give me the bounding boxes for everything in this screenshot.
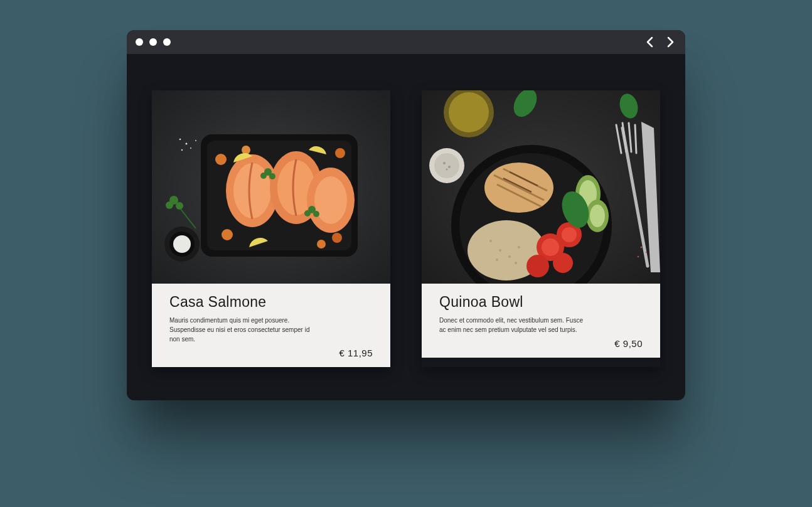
nav-back-button[interactable] [644,36,656,48]
menu-card[interactable]: Casa Salmone Mauris condimentum quis mi … [152,90,390,367]
svg-point-41 [446,169,448,171]
svg-point-52 [508,255,511,258]
nav-forward-button[interactable] [664,36,676,48]
menu-card-image [422,90,660,284]
svg-point-66 [526,255,549,277]
svg-point-36 [449,92,489,132]
svg-point-18 [269,173,275,179]
salmon-dish-illustration [152,90,390,284]
menu-card-body: Quinoa Bowl Donec et commodo elit, nec v… [422,284,660,358]
window-control-dot[interactable] [163,38,171,46]
window-controls [136,38,171,46]
svg-point-76 [646,252,647,253]
svg-point-6 [222,229,233,240]
svg-point-24 [176,202,183,210]
svg-point-28 [186,143,188,145]
window-titlebar [127,30,685,54]
menu-card-description: Donec et commodo elit, nec vestibulum se… [439,316,584,334]
page-canvas: Casa Salmone Mauris condimentum quis mi … [0,0,812,507]
menu-card-body: Casa Salmone Mauris condimentum quis mi … [152,284,390,367]
card-row: Casa Salmone Mauris condimentum quis mi … [127,54,685,392]
svg-point-40 [448,166,451,168]
svg-point-32 [179,139,181,141]
chevron-left-icon [644,36,656,48]
svg-line-46 [635,125,636,153]
svg-point-75 [641,247,643,248]
svg-point-30 [181,149,183,151]
svg-point-8 [242,146,250,154]
menu-card-price: € 9,50 [614,338,643,349]
menu-card-title: Quinoa Bowl [439,294,643,311]
svg-point-20 [304,210,311,216]
svg-point-71 [590,205,605,227]
svg-point-5 [335,148,345,158]
menu-card-price: € 11,95 [339,348,373,358]
menu-card-title: Casa Salmone [169,294,373,311]
svg-point-23 [166,201,173,209]
window-control-dot[interactable] [149,38,157,46]
svg-point-7 [332,233,342,243]
svg-point-50 [489,240,492,242]
menu-card-description: Mauris condimentum quis mi eget posuere.… [169,316,314,344]
svg-point-63 [542,238,559,256]
quinoa-bowl-illustration [422,90,660,284]
svg-point-53 [518,246,520,248]
chevron-right-icon [664,36,676,48]
svg-point-54 [496,259,498,261]
svg-point-77 [638,256,639,258]
svg-point-29 [190,147,191,149]
svg-point-9 [317,240,326,248]
nav-arrows [644,36,676,48]
svg-point-55 [515,262,517,264]
browser-window: Casa Salmone Mauris condimentum quis mi … [127,30,685,400]
svg-point-15 [314,176,347,224]
svg-point-31 [195,140,196,141]
svg-point-21 [313,211,319,217]
svg-point-4 [215,154,227,165]
svg-point-17 [260,173,267,179]
svg-point-27 [173,235,191,253]
svg-point-65 [562,227,577,242]
svg-point-39 [443,162,446,164]
window-control-dot[interactable] [136,38,143,46]
menu-card[interactable]: Quinoa Bowl Donec et commodo elit, nec v… [422,90,660,367]
svg-point-67 [553,253,573,273]
svg-point-38 [434,153,459,178]
menu-card-image [152,90,390,284]
svg-point-51 [499,249,501,252]
